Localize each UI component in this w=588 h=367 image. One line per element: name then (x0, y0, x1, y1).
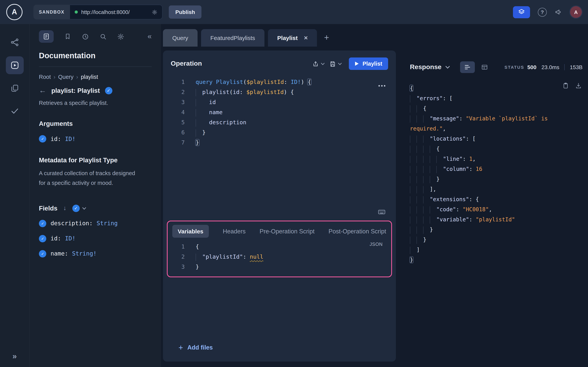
search-icon[interactable] (100, 33, 107, 40)
download-response-icon[interactable] (575, 82, 582, 89)
code-token (410, 206, 416, 213)
argument-type[interactable]: ID! (65, 135, 76, 142)
code-line: "message": "Variable `playlistId` is req… (410, 113, 580, 133)
editor-overflow-menu[interactable] (378, 85, 386, 87)
operation-editor[interactable]: 1query Playlist($playlistId: ID!) {2play… (163, 77, 396, 148)
code-token (410, 186, 416, 193)
collapse-panel-button[interactable]: « (147, 32, 152, 41)
back-button[interactable]: ← (39, 86, 46, 95)
plus-icon: + (179, 344, 183, 351)
run-operation-button[interactable]: Playlist (349, 58, 388, 70)
keyboard-shortcuts-icon[interactable] (378, 208, 386, 216)
included-check-badge[interactable]: ✓ (105, 87, 112, 94)
nav-schema-button[interactable] (6, 33, 24, 51)
response-json: {"errors": [{"message": "Variable `playl… (410, 83, 580, 265)
code-token: , (473, 156, 476, 162)
bookmark-icon[interactable] (64, 33, 71, 40)
sandbox-badge: SANDBOX (34, 5, 70, 19)
user-avatar[interactable]: A (570, 6, 582, 18)
settings-gear-icon[interactable] (117, 33, 124, 40)
format-label: JSON (370, 242, 383, 247)
breadcrumb-root[interactable]: Root (39, 74, 51, 80)
history-icon[interactable] (82, 33, 89, 40)
response-duration: 23.0ms (542, 64, 559, 70)
tab-variables[interactable]: Variables (172, 225, 209, 238)
endpoint-settings-icon[interactable] (152, 9, 157, 15)
line-number: 2 (168, 252, 185, 262)
variables-editor[interactable]: 1{2"playlistId": null3} (168, 242, 391, 272)
apollo-logo[interactable]: A (6, 4, 23, 20)
sort-fields-icon[interactable]: ↓ (63, 205, 66, 212)
share-operation-button[interactable] (312, 60, 325, 67)
line-number: 3 (168, 262, 185, 272)
announcements-icon[interactable] (554, 8, 562, 16)
code-token (410, 216, 416, 224)
nav-checks-button[interactable] (6, 102, 24, 120)
code-token (410, 176, 416, 183)
document-icon (43, 33, 50, 40)
left-nav-rail: » (0, 24, 30, 367)
table-view-button[interactable] (477, 61, 492, 73)
tab-query[interactable]: Query (163, 29, 198, 47)
code-token (410, 246, 416, 254)
help-button[interactable]: ? (538, 8, 547, 17)
code-token: } (430, 226, 433, 233)
field-type[interactable]: String! (72, 250, 96, 257)
tab-playlist[interactable]: Playlist × (268, 29, 317, 47)
field-type[interactable]: ID! (65, 235, 76, 242)
save-operation-button[interactable] (329, 60, 342, 67)
add-files-button[interactable]: + Add files (163, 344, 396, 362)
layers-icon (518, 8, 525, 16)
field-check-badge[interactable]: ✓ (39, 220, 46, 227)
code-token (196, 119, 202, 126)
copy-response-icon[interactable] (562, 82, 569, 89)
code-token (430, 176, 436, 183)
field-row: ✓ description: String (39, 220, 152, 227)
variables-panel-highlighted: Variables Headers Pre-Operation Script P… (167, 221, 392, 277)
field-filter-dropdown[interactable]: ✓ (72, 205, 86, 212)
argument-check-badge[interactable]: ✓ (39, 135, 46, 142)
endpoint-url-field[interactable]: http://localhost:8000/ (70, 5, 163, 19)
operation-card: Operation P (163, 50, 396, 362)
tab-headers[interactable]: Headers (223, 228, 246, 235)
code-line: "variable": "playlistId" (410, 214, 580, 225)
nav-operations-button[interactable] (6, 79, 24, 97)
code-token: } (423, 236, 426, 243)
nav-explorer-button[interactable] (6, 56, 24, 74)
new-tab-button[interactable]: + (324, 33, 329, 47)
tab-featured-playlists[interactable]: FeaturedPlaylists (201, 29, 264, 47)
sandbox-apps-button[interactable] (513, 6, 530, 18)
code-token: : (469, 166, 476, 172)
code-token (410, 156, 416, 163)
code-token: : [ (443, 95, 453, 101)
tab-post-operation-script[interactable]: Post-Operation Script (329, 228, 386, 235)
field-check-badge[interactable]: ✓ (39, 250, 46, 258)
align-lines-icon (464, 64, 471, 71)
breadcrumb-query[interactable]: Query (58, 74, 73, 80)
expand-rail-button[interactable]: » (12, 352, 17, 361)
tab-pre-operation-script[interactable]: Pre-Operation Script (259, 228, 315, 235)
code-line: 5 description (163, 117, 396, 127)
response-body: {"errors": [{"message": "Variable `playl… (410, 83, 580, 265)
editor-column: Query FeaturedPlaylists Playlist × + Ope… (161, 24, 399, 367)
code-token (423, 156, 430, 163)
close-tab-icon[interactable]: × (304, 34, 308, 41)
code-token: ( (243, 79, 246, 85)
code-token: { (196, 243, 199, 250)
code-token (416, 196, 423, 203)
line-number: 6 (163, 127, 185, 137)
code-token: , (489, 206, 492, 212)
code-token (436, 156, 443, 163)
code-token: id (209, 99, 216, 105)
publish-button[interactable]: Publish (169, 5, 202, 19)
doc-tab-documentation[interactable] (39, 30, 54, 43)
field-type[interactable]: String (97, 220, 118, 227)
field-check-badge[interactable]: ✓ (39, 235, 46, 242)
breadcrumb-separator: › (53, 74, 55, 80)
code-token: ], (430, 186, 436, 192)
breadcrumb-separator: › (76, 74, 78, 80)
play-square-icon (10, 61, 19, 70)
formatted-view-button[interactable] (460, 61, 475, 73)
variables-tabbar: Variables Headers Pre-Operation Script P… (168, 221, 391, 239)
response-dropdown-chevron-icon[interactable] (445, 66, 450, 69)
